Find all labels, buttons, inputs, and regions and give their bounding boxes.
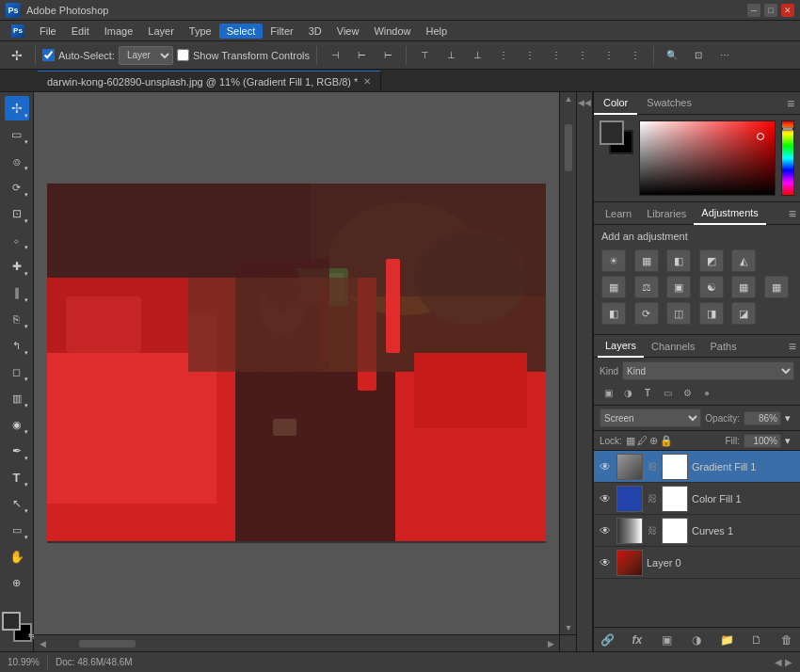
delete-layer-btn[interactable]: 🗑: [777, 631, 796, 649]
quick-select-tool[interactable]: ⟳ ▾: [5, 175, 29, 200]
menu-view[interactable]: View: [329, 24, 367, 39]
adj-huesat-btn[interactable]: ▦: [601, 276, 626, 298]
color-panel-menu-btn[interactable]: ≡: [781, 94, 800, 113]
hand-tool[interactable]: ✋: [5, 544, 29, 568]
new-layer-btn[interactable]: 🗋: [747, 631, 766, 649]
align-top-btn[interactable]: ⊤: [413, 45, 436, 66]
restore-button[interactable]: □: [764, 4, 777, 17]
distribute-center-v-btn[interactable]: ⋮: [598, 45, 620, 66]
eraser-tool[interactable]: ◻ ▾: [5, 360, 29, 384]
crop-tool[interactable]: ⊡ ▾: [5, 201, 29, 226]
filter-type-btn[interactable]: T: [639, 384, 656, 401]
canvas-hscroll[interactable]: ◀ ▶: [34, 634, 559, 651]
adj-invert-btn[interactable]: ◧: [601, 302, 626, 325]
fg-color-square[interactable]: [600, 120, 624, 145]
adj-curves-btn[interactable]: ◧: [666, 249, 691, 272]
tab-paths[interactable]: Paths: [703, 335, 744, 358]
dodge-tool[interactable]: ◉ ▾: [5, 412, 29, 437]
align-left-btn[interactable]: ⊣: [324, 45, 346, 66]
vscroll-track[interactable]: [560, 105, 576, 621]
align-center-h-btn[interactable]: ⊢: [350, 45, 373, 66]
vscroll-thumb[interactable]: [565, 124, 572, 171]
path-select-tool[interactable]: ↖ ▾: [5, 491, 29, 516]
fill-expand-btn[interactable]: ▾: [785, 433, 794, 448]
collapse-panels-btn[interactable]: ◀◀: [578, 96, 591, 109]
adj-channelmixer-btn[interactable]: ▦: [731, 276, 756, 298]
color-hue-slider[interactable]: [781, 120, 794, 196]
adj-colorlookup-btn[interactable]: ▦: [764, 276, 789, 298]
distribute-left-btn[interactable]: ⋮: [492, 45, 515, 66]
opacity-value[interactable]: 86%: [744, 411, 781, 425]
tab-adjustments[interactable]: Adjustments: [694, 202, 766, 225]
lock-artboard-btn[interactable]: ⊕: [649, 435, 658, 447]
layer-dropdown[interactable]: Layer Group: [119, 46, 173, 65]
brush-tool[interactable]: ∥ ▾: [5, 280, 29, 305]
scroll-right-arrow[interactable]: ▶: [542, 637, 559, 650]
move-tool-icon[interactable]: ✢: [6, 45, 28, 66]
fill-value[interactable]: 100%: [744, 434, 781, 448]
layer-item-layer0[interactable]: 👁 Layer 0: [594, 547, 800, 579]
scroll-arrows-status[interactable]: ◀ ▶: [775, 657, 792, 667]
close-tab-btn[interactable]: ✕: [363, 76, 371, 87]
canvas-vscroll[interactable]: ▲ ▼: [559, 92, 576, 634]
filter-adjust-btn[interactable]: ◑: [619, 384, 636, 401]
filter-shape-btn[interactable]: ▭: [659, 384, 676, 401]
auto-select-checkbox[interactable]: [42, 49, 55, 61]
tab-swatches[interactable]: Swatches: [637, 92, 701, 115]
lock-image-btn[interactable]: 🖊: [637, 435, 648, 447]
close-button[interactable]: ✕: [781, 4, 794, 17]
layer-item-curves[interactable]: 👁 ⛓ Curves 1: [594, 515, 800, 547]
healing-brush-tool[interactable]: ✚ ▾: [5, 254, 29, 279]
adj-photofilter-btn[interactable]: ☯: [699, 276, 724, 298]
distribute-right-btn[interactable]: ⋮: [545, 45, 568, 66]
adj-exposure-btn[interactable]: ◩: [699, 249, 724, 272]
doc-tab[interactable]: darwin-kong-602890-unsplash.jpg @ 11% (G…: [38, 71, 381, 91]
menu-layer[interactable]: Layer: [140, 24, 182, 39]
filter-pixel-btn[interactable]: ▣: [600, 384, 616, 401]
move-tool[interactable]: ✢ ▾: [5, 96, 29, 120]
new-group-btn[interactable]: 📁: [717, 631, 736, 649]
more-btn[interactable]: ⋯: [713, 45, 736, 66]
tab-channels[interactable]: Channels: [644, 335, 702, 358]
adj-gradientmap-btn[interactable]: ◨: [699, 302, 724, 325]
blend-mode-dropdown[interactable]: Screen Normal Dissolve Darken Multiply O…: [600, 408, 701, 427]
lock-position-btn[interactable]: 🔒: [660, 435, 673, 447]
hscroll-thumb[interactable]: [79, 640, 136, 648]
menu-image[interactable]: Image: [97, 24, 141, 39]
new-adjustment-btn[interactable]: ◑: [687, 631, 706, 649]
adj-posterize-btn[interactable]: ⟳: [634, 302, 659, 325]
adj-levels-btn[interactable]: ▦: [634, 249, 659, 272]
menu-type[interactable]: Type: [182, 24, 219, 39]
eyedropper-tool[interactable]: ⬦ ▾: [5, 228, 29, 252]
lock-transparent-btn[interactable]: ▦: [626, 435, 635, 447]
layers-panel-menu-btn[interactable]: ≡: [789, 339, 796, 354]
align-right-btn[interactable]: ⊢: [376, 45, 399, 66]
color-swatches[interactable]: ⇆: [2, 612, 32, 642]
layer-item-gradient-fill[interactable]: 👁 ⛓ Gradient Fill 1: [594, 451, 800, 483]
menu-help[interactable]: Help: [419, 24, 456, 39]
align-bottom-btn[interactable]: ⊥: [466, 45, 488, 66]
menu-ps[interactable]: Ps: [4, 23, 32, 40]
tab-color[interactable]: Color: [594, 92, 637, 115]
layer-kind-dropdown[interactable]: Kind Name Effect Mode Attribute Color Sm…: [622, 361, 794, 380]
scroll-up-arrow[interactable]: ▲: [560, 92, 576, 105]
add-mask-btn[interactable]: ▣: [658, 631, 677, 649]
layer-visibility-colorFill[interactable]: 👁: [598, 491, 613, 506]
distribute-bottom-btn[interactable]: ⋮: [624, 45, 647, 66]
filter-smart-btn[interactable]: ⚙: [679, 384, 696, 401]
lasso-tool[interactable]: ⌾ ▾: [5, 149, 29, 173]
menu-file[interactable]: File: [32, 24, 64, 39]
history-brush-tool[interactable]: ↰ ▾: [5, 333, 29, 358]
minimize-button[interactable]: ─: [747, 4, 760, 17]
menu-select[interactable]: Select: [219, 24, 264, 39]
layer-visibility-gradient[interactable]: 👁: [598, 459, 613, 474]
menu-window[interactable]: Window: [366, 24, 418, 39]
scroll-left-arrow[interactable]: ◀: [34, 637, 51, 650]
distribute-center-h-btn[interactable]: ⋮: [519, 45, 541, 66]
zoom-tool[interactable]: ⊕: [5, 570, 29, 595]
adj-brightness-btn[interactable]: ☀: [601, 249, 626, 272]
gradient-tool[interactable]: ▥ ▾: [5, 386, 29, 410]
pen-tool[interactable]: ✒ ▾: [5, 439, 29, 463]
tab-layers[interactable]: Layers: [598, 335, 644, 358]
menu-3d[interactable]: 3D: [301, 24, 329, 39]
